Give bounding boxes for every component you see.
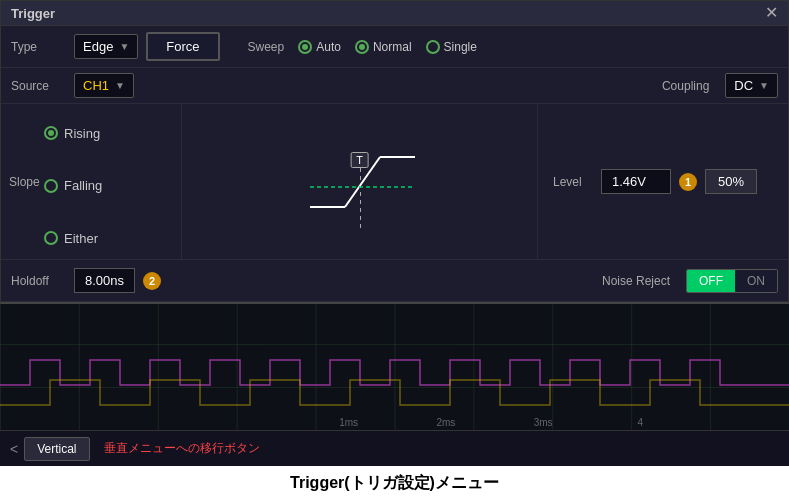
type-row: Type Edge ▼ Force Sweep Auto Normal Sing… [1,26,788,68]
sweep-single-option[interactable]: Single [426,40,477,54]
caption-area: Trigger(トリガ設定)メニュー [0,466,789,501]
source-value: CH1 [83,78,109,93]
caption-text: Trigger(トリガ設定)メニュー [290,473,499,494]
sweep-label: Sweep [248,40,285,54]
source-coupling-row: Source CH1 ▼ Coupling DC ▼ [1,68,788,104]
sweep-single-label: Single [444,40,477,54]
type-dropdown-arrow: ▼ [119,41,129,52]
level-badge: 1 [679,173,697,191]
coupling-dropdown-arrow: ▼ [759,80,769,91]
level-value-box[interactable]: 1.46V [601,169,671,194]
level-label: Level [553,175,593,189]
slope-label: Slope [9,175,40,189]
source-label: Source [11,79,66,93]
sweep-single-radio[interactable] [426,40,440,54]
slope-diagram: T [181,104,538,259]
slope-falling-radio[interactable] [44,179,58,193]
svg-line-1 [345,157,380,207]
slope-either-option[interactable]: Either [44,231,102,246]
trigger-title-bar: Trigger ✕ [1,1,788,26]
slope-waveform [300,132,420,232]
slope-col-right: Level 1.46V 1 50% [538,157,788,206]
close-button[interactable]: ✕ [765,5,778,21]
type-dropdown[interactable]: Edge ▼ [74,34,138,59]
slope-rising-radio[interactable] [44,126,58,140]
coupling-label: Coupling [662,79,709,93]
holdoff-badge: 2 [143,272,161,290]
slope-rising-label: Rising [64,126,100,141]
sweep-auto-label: Auto [316,40,341,54]
type-label: Type [11,40,66,54]
nav-left-arrow[interactable]: < [10,441,18,457]
level-percent-button[interactable]: 50% [705,169,757,194]
sweep-auto-option[interactable]: Auto [298,40,341,54]
slope-falling-option[interactable]: Falling [44,178,102,193]
sweep-normal-option[interactable]: Normal [355,40,412,54]
level-row: Level 1.46V 1 50% [553,169,773,194]
holdoff-value: 8.00ns [85,273,124,288]
coupling-value: DC [734,78,753,93]
slope-either-radio[interactable] [44,231,58,245]
bottom-nav: < Vertical 垂直メニューへの移行ボタン [0,430,789,466]
sweep-normal-label: Normal [373,40,412,54]
vertical-button[interactable]: Vertical [24,437,89,461]
level-value: 1.46V [612,174,646,189]
waveform-display [0,340,789,430]
slope-row: Slope Rising Falling Either [1,104,788,260]
slope-either-label: Either [64,231,98,246]
force-button[interactable]: Force [146,32,219,61]
slope-falling-label: Falling [64,178,102,193]
holdoff-row: Holdoff 8.00ns 2 Noise Reject OFF ON [1,260,788,302]
holdoff-label: Holdoff [11,274,66,288]
noise-reject-off[interactable]: OFF [687,270,735,292]
noise-reject-label: Noise Reject [602,274,670,288]
trigger-title: Trigger [11,6,55,21]
type-value: Edge [83,39,113,54]
slope-rising-option[interactable]: Rising [44,126,102,141]
coupling-dropdown[interactable]: DC ▼ [725,73,778,98]
sweep-normal-radio[interactable] [355,40,369,54]
noise-reject-toggle[interactable]: OFF ON [686,269,778,293]
nav-hint: 垂直メニューへの移行ボタン [104,440,260,457]
slope-diagram-inner: T [300,132,420,232]
slope-col-left: Slope Rising Falling Either [1,110,181,254]
sweep-auto-radio[interactable] [298,40,312,54]
holdoff-value-box[interactable]: 8.00ns [74,268,135,293]
source-dropdown[interactable]: CH1 ▼ [74,73,134,98]
source-dropdown-arrow: ▼ [115,80,125,91]
noise-reject-on[interactable]: ON [735,270,777,292]
